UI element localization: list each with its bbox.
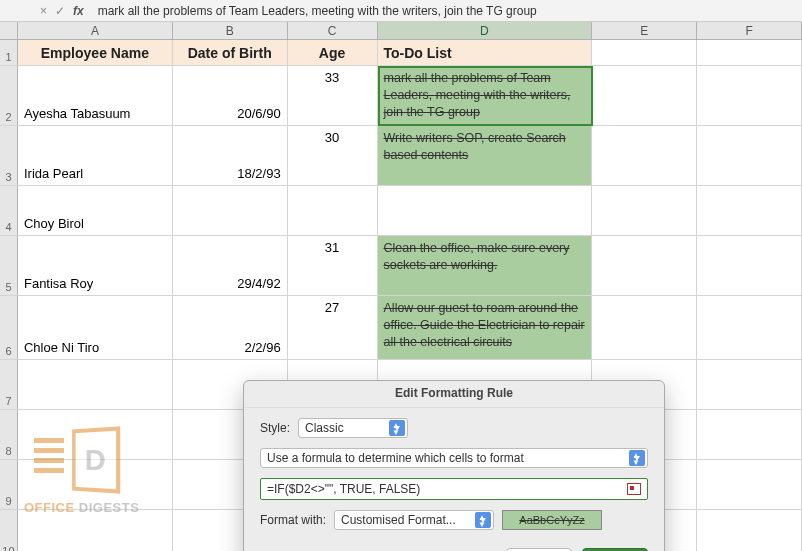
cell-age[interactable]: 27 [288, 296, 378, 359]
row-header-6[interactable]: 6 [0, 296, 18, 359]
rule-type-value: Use a formula to determine which cells t… [267, 451, 524, 465]
cell-empty[interactable] [697, 410, 802, 459]
style-select[interactable]: Classic ▲▼ [298, 418, 408, 438]
rule-type-select[interactable]: Use a formula to determine which cells t… [260, 448, 648, 468]
row-header-4[interactable]: 4 [0, 186, 18, 235]
format-with-select[interactable]: Customised Format... ▲▼ [334, 510, 494, 530]
cell-name[interactable]: Ayesha Tabasuum [18, 66, 173, 125]
cell-todo[interactable]: Write writers SOP, create Search based c… [378, 126, 593, 185]
cell-empty[interactable] [697, 236, 802, 295]
cell-name[interactable]: Irida Pearl [18, 126, 173, 185]
cell-age[interactable]: 31 [288, 236, 378, 295]
formula-input[interactable]: =IF($D2<>"", TRUE, FALSE) [260, 478, 648, 500]
row-header-1[interactable]: 1 [0, 40, 18, 65]
cell-dob[interactable]: 18/2/93 [173, 126, 288, 185]
row-header-2[interactable]: 2 [0, 66, 18, 125]
chevron-down-icon: ▲▼ [389, 420, 405, 436]
cell-empty[interactable] [592, 66, 697, 125]
cell-empty[interactable] [697, 296, 802, 359]
column-header-row: A B C D E F [0, 22, 802, 40]
formula-confirm-icon[interactable]: ✓ [55, 4, 65, 18]
format-preview-swatch: AaBbCcYyZz [502, 510, 602, 530]
column-header-C[interactable]: C [288, 22, 378, 39]
cell-todo[interactable]: Allow our guest to roam around the offic… [378, 296, 593, 359]
cell-empty[interactable] [697, 360, 802, 409]
chevron-down-icon: ▲▼ [629, 450, 645, 466]
select-all-corner[interactable] [0, 22, 18, 39]
row-header-3[interactable]: 3 [0, 126, 18, 185]
cell-dob[interactable]: 29/4/92 [173, 236, 288, 295]
table-header-row: 1 Employee Name Date of Birth Age To-Do … [0, 40, 802, 66]
cell-name[interactable]: Choy Birol [18, 186, 173, 235]
cell-dob[interactable]: 2/2/96 [173, 296, 288, 359]
formula-bar-value[interactable]: mark all the problems of Team Leaders, m… [92, 4, 802, 18]
dialog-title: Edit Formatting Rule [244, 381, 664, 408]
row-header-5[interactable]: 5 [0, 236, 18, 295]
column-header-A[interactable]: A [18, 22, 173, 39]
cell-empty[interactable] [592, 296, 697, 359]
cell-empty[interactable] [697, 460, 802, 509]
table-row: 5Fantisa Roy29/4/9231Clean the office, m… [0, 236, 802, 296]
fx-icon[interactable]: fx [73, 4, 84, 18]
header-age[interactable]: Age [288, 40, 378, 65]
table-row: 4Choy Birol [0, 186, 802, 236]
watermark-letter: D [72, 426, 120, 493]
range-picker-icon[interactable] [627, 483, 641, 495]
watermark-logo: D OFFICE DIGESTS [24, 420, 164, 520]
cell-name[interactable] [18, 360, 173, 409]
cell-todo[interactable]: mark all the problems of Team Leaders, m… [378, 66, 593, 125]
cell-todo[interactable]: Clean the office, make sure every socket… [378, 236, 593, 295]
cell-F1[interactable] [697, 40, 802, 65]
row-header-9[interactable]: 9 [0, 460, 18, 509]
cell-name[interactable]: Chloe Ni Tiro [18, 296, 173, 359]
cell-empty[interactable] [592, 236, 697, 295]
format-with-label: Format with: [260, 513, 326, 527]
row-header-10[interactable]: 10 [0, 510, 18, 551]
style-label: Style: [260, 421, 290, 435]
cell-dob[interactable] [173, 186, 288, 235]
cell-age[interactable]: 33 [288, 66, 378, 125]
cell-name[interactable]: Fantisa Roy [18, 236, 173, 295]
row-header-7[interactable]: 7 [0, 360, 18, 409]
cell-empty[interactable] [697, 186, 802, 235]
edit-formatting-rule-dialog: Edit Formatting Rule Style: Classic ▲▼ U… [243, 380, 665, 551]
header-employee-name[interactable]: Employee Name [18, 40, 173, 65]
watermark-text: OFFICE DIGESTS [24, 500, 139, 515]
cell-age[interactable]: 30 [288, 126, 378, 185]
cell-empty[interactable] [697, 126, 802, 185]
cell-empty[interactable] [697, 510, 802, 551]
cell-dob[interactable]: 20/6/90 [173, 66, 288, 125]
row-header-8[interactable]: 8 [0, 410, 18, 459]
table-row: 3Irida Pearl18/2/9330Write writers SOP, … [0, 126, 802, 186]
cell-todo[interactable] [378, 186, 593, 235]
cell-empty[interactable] [697, 66, 802, 125]
chevron-down-icon: ▲▼ [475, 512, 491, 528]
header-date-of-birth[interactable]: Date of Birth [173, 40, 288, 65]
cell-empty[interactable] [592, 126, 697, 185]
cell-E1[interactable] [592, 40, 697, 65]
column-header-E[interactable]: E [592, 22, 697, 39]
format-with-value: Customised Format... [341, 513, 456, 527]
header-todo-list[interactable]: To-Do List [378, 40, 593, 65]
formula-cancel-icon[interactable]: × [40, 4, 47, 18]
cell-age[interactable] [288, 186, 378, 235]
style-select-value: Classic [305, 421, 344, 435]
formula-input-value: =IF($D2<>"", TRUE, FALSE) [267, 482, 420, 496]
table-row: 6Chloe Ni Tiro2/2/9627Allow our guest to… [0, 296, 802, 360]
column-header-D[interactable]: D [378, 22, 593, 39]
formula-bar: × ✓ fx mark all the problems of Team Lea… [0, 0, 802, 22]
cell-empty[interactable] [592, 186, 697, 235]
column-header-F[interactable]: F [697, 22, 802, 39]
table-row: 2Ayesha Tabasuum20/6/9033mark all the pr… [0, 66, 802, 126]
column-header-B[interactable]: B [173, 22, 288, 39]
